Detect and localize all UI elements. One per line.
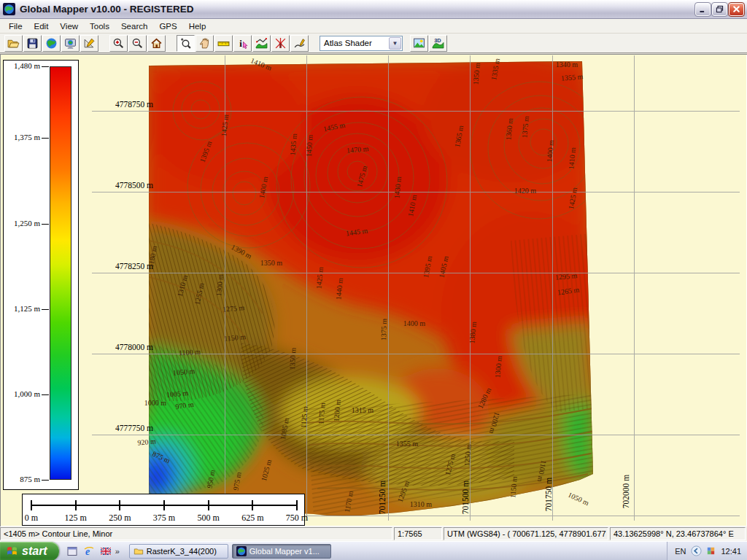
northing-grid-label: 4778250 m: [88, 262, 153, 271]
map-view[interactable]: 4778750 m4778500 m4778250 m4778000 m4777…: [0, 54, 747, 526]
contour-elevation-label: 920 m: [137, 437, 156, 446]
open-file-button[interactable]: [4, 35, 23, 52]
pan-tool-button[interactable]: [196, 35, 214, 52]
task-buttons: RasterK_3_44(200)Global Mapper v1...: [129, 544, 331, 559]
show-3d-view-button[interactable]: 3D: [429, 35, 447, 52]
status-feature-message: <1405 m> Contour Line, Minor: [0, 527, 392, 540]
zoom-tool-button[interactable]: [177, 35, 195, 52]
zoom-in-button[interactable]: [109, 35, 128, 52]
digitizer-tool-button[interactable]: [290, 35, 309, 52]
northing-grid-label: 4778500 m: [88, 181, 153, 190]
magnifier-plus-icon: [179, 37, 192, 50]
elevation-legend: 1,480 m1,375 m1,250 m1,125 m1,000 m875 m: [3, 60, 79, 490]
menu-search[interactable]: Search: [115, 20, 153, 32]
home-icon: [150, 37, 163, 50]
quick-launch-ie-icon[interactable]: e: [82, 544, 96, 559]
show-raster-images-button[interactable]: [410, 35, 428, 52]
northing-grid-label: 4777750 m: [88, 424, 153, 432]
menu-tools[interactable]: Tools: [84, 20, 115, 32]
scale-tick: [163, 500, 165, 510]
zoom-out-button[interactable]: [128, 35, 147, 52]
feature-info-tool-button[interactable]: i: [233, 35, 252, 52]
status-latlon: 43.13625998° N, 23.46737864° E: [610, 527, 746, 540]
close-button[interactable]: [729, 3, 744, 16]
terrain-shading: [134, 54, 616, 525]
windows-flag-icon: [6, 545, 18, 557]
terrain-map[interactable]: [0, 54, 747, 526]
drafting-icon: [83, 37, 96, 50]
titlebar: Global Mapper v10.00 - REGISTERED: [0, 0, 747, 19]
taskbar: start e » RasterK_3_44(200)Global Mapper…: [0, 541, 747, 560]
scale-tick: [75, 500, 77, 510]
language-indicator[interactable]: EN: [675, 547, 686, 556]
status-map-scale: 1:7565: [394, 527, 442, 540]
scale-tick-label: 500 m: [188, 513, 229, 524]
configure-button[interactable]: [80, 35, 98, 52]
easting-grid-label: 701500 m: [461, 481, 470, 514]
capture-screen-button[interactable]: [61, 35, 80, 52]
task-button[interactable]: RasterK_3_44(200): [129, 544, 228, 559]
measure-tool-button[interactable]: [214, 35, 233, 52]
system-tray: EN 12:41: [667, 542, 747, 560]
menu-help[interactable]: Help: [183, 20, 212, 32]
legend-tick: [42, 480, 49, 481]
window-title: Global Mapper v10.00 - REGISTERED: [20, 4, 694, 15]
contour-elevation-label: 1450 m: [305, 135, 314, 158]
chevron-down-icon[interactable]: ▼: [389, 37, 401, 50]
quick-launch-overflow-chevron[interactable]: »: [113, 547, 122, 556]
svg-text:i: i: [239, 38, 242, 48]
contour-elevation-label: 1350 m: [288, 348, 298, 370]
menu-file[interactable]: File: [3, 20, 28, 32]
menu-gps[interactable]: GPS: [153, 20, 182, 32]
save-workspace-button[interactable]: [23, 35, 42, 52]
start-button[interactable]: start: [0, 542, 59, 560]
quick-launch-app-icon[interactable]: [65, 544, 80, 559]
full-view-button[interactable]: [147, 35, 166, 52]
view-shed-tool-button[interactable]: [271, 35, 290, 52]
scale-tick-label: 375 m: [144, 513, 185, 524]
start-label: start: [22, 545, 47, 558]
shader-combo[interactable]: Atlas Shader ▼: [320, 36, 403, 51]
ruler-icon: [217, 37, 230, 50]
quick-launch-uk-flag-icon[interactable]: [98, 544, 113, 559]
quick-launch: e: [65, 544, 113, 559]
scale-tick-label: 0 m: [11, 513, 52, 524]
threed-icon: 3D: [432, 37, 444, 50]
monitor-globe-icon: [64, 37, 77, 50]
menu-edit[interactable]: Edit: [28, 20, 55, 32]
view-shed-icon: [274, 37, 287, 50]
scale-tick-label: 625 m: [232, 513, 273, 524]
shader-combo-value: Atlas Shader: [324, 39, 372, 47]
task-button-label: Global Mapper v1...: [249, 547, 320, 556]
scale-tick: [296, 500, 298, 510]
contour-elevation-label: 1375 m: [379, 319, 388, 341]
legend-tick-label: 1,125 m: [5, 304, 40, 313]
contour-elevation-label: 1355 m: [396, 440, 418, 448]
clock: 12:41: [721, 547, 741, 556]
contour-elevation-label: 1340 m: [556, 61, 578, 69]
elevation-gradient-bar: [50, 66, 71, 480]
task-button-label: RasterK_3_44(200): [147, 547, 217, 556]
legend-tick-label: 1,375 m: [5, 133, 40, 141]
legend-tick-label: 1,480 m: [5, 61, 40, 70]
app-window: Global Mapper v10.00 - REGISTERED FileEd…: [0, 0, 747, 541]
legend-tick-label: 1,250 m: [5, 219, 40, 228]
scale-tick-label: 750 m: [276, 513, 317, 524]
download-online-data-button[interactable]: [42, 35, 61, 52]
hand-icon: [198, 37, 211, 50]
minimize-button[interactable]: [695, 3, 711, 16]
floppy-icon: [26, 37, 39, 50]
scale-bar: 0 m125 m250 m375 m500 m625 m750 m: [22, 494, 305, 526]
status-projection-coords: UTM (WGS84) - ( 700671.125, 4778901.677 …: [444, 527, 608, 540]
messenger-icon[interactable]: [705, 545, 716, 557]
menu-view[interactable]: View: [54, 20, 84, 32]
task-button[interactable]: Global Mapper v1...: [232, 544, 331, 559]
scale-tick: [208, 500, 209, 510]
hide-icons-chevron[interactable]: [690, 545, 702, 557]
restore-button[interactable]: [712, 3, 727, 16]
path-profile-tool-button[interactable]: [252, 35, 271, 52]
legend-tick-label: 875 m: [5, 475, 40, 483]
legend-tick: [42, 394, 49, 395]
legend-tick: [42, 309, 49, 310]
folder-icon: [133, 546, 144, 556]
